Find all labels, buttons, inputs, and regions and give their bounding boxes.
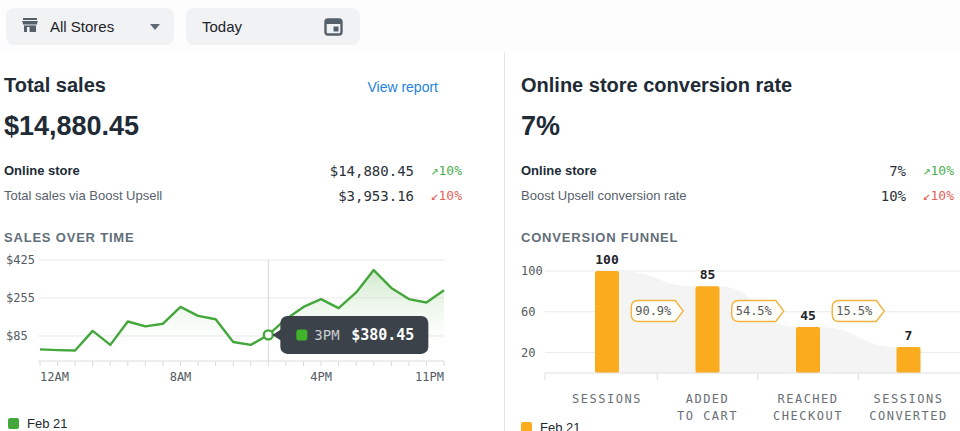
conversion-rate-value: 7% bbox=[521, 111, 960, 142]
sales-chart-legend: Feb 21 bbox=[8, 416, 67, 431]
conversion-badge-label: 54.5% bbox=[736, 304, 773, 318]
bar-value-label: 7 bbox=[905, 328, 913, 343]
trend-down-icon: ↙ bbox=[431, 188, 439, 203]
metric-value: $14,880.45 bbox=[318, 163, 414, 179]
legend-label: Feb 21 bbox=[27, 416, 67, 431]
funnel-bar bbox=[696, 286, 720, 373]
x-axis-tick-label: 12AM bbox=[40, 370, 69, 384]
funnel-bar bbox=[796, 327, 820, 373]
calendar-icon bbox=[323, 16, 344, 37]
metric-label: Online store bbox=[4, 163, 80, 178]
hover-point-marker bbox=[264, 330, 273, 339]
conversion-badge-label: 90.9% bbox=[635, 304, 672, 318]
y-axis-tick-label: $425 bbox=[6, 253, 35, 267]
trend-down-icon: ↙ bbox=[923, 188, 931, 203]
store-selector-label: All Stores bbox=[50, 18, 114, 35]
tooltip-value: $380.45 bbox=[351, 326, 414, 344]
funnel-chart-legend: Feb 21 bbox=[521, 420, 580, 431]
conversion-rate-title: Online store conversion rate bbox=[521, 74, 792, 97]
y-axis-tick-label: 100 bbox=[521, 264, 543, 278]
metric-value: $3,953.16 bbox=[318, 188, 414, 204]
sales-over-time-heading: SALES OVER TIME bbox=[4, 230, 504, 245]
view-report-link[interactable]: View report bbox=[367, 79, 438, 95]
metric-label: Online store bbox=[521, 163, 597, 178]
metric-row-boost-upsell-sales: Total sales via Boost Upsell $3,953.16 ↙… bbox=[4, 183, 504, 208]
analytics-dashboard: All Stores Today Total sales View report… bbox=[0, 0, 960, 431]
category-label: SESSIONS bbox=[874, 392, 944, 406]
category-label: CHECKOUT bbox=[773, 409, 843, 423]
total-sales-title: Total sales bbox=[4, 74, 106, 97]
category-label: ADDED bbox=[686, 392, 730, 406]
top-bar: All Stores Today bbox=[0, 0, 960, 52]
y-axis-tick-label: 60 bbox=[521, 305, 535, 319]
chart-tooltip: 3PM$380.45 bbox=[272, 316, 428, 354]
date-selector-label: Today bbox=[202, 18, 242, 35]
category-label: CONVERTED bbox=[869, 409, 948, 423]
metric-row-online-store-conversion: Online store 7% ↗10% bbox=[521, 158, 960, 183]
storefront-icon bbox=[20, 15, 40, 39]
legend-swatch-green bbox=[8, 418, 19, 429]
bar-value-label: 45 bbox=[800, 308, 816, 323]
funnel-bar bbox=[897, 347, 921, 373]
y-axis-tick-label: $255 bbox=[6, 291, 35, 305]
total-sales-panel: Total sales View report $14,880.45 Onlin… bbox=[0, 52, 504, 431]
total-sales-value: $14,880.45 bbox=[4, 111, 504, 142]
trend-down-badge: ↙10% bbox=[414, 188, 462, 203]
y-axis-tick-label: 20 bbox=[521, 346, 535, 360]
trend-up-badge: ↗10% bbox=[906, 163, 954, 178]
trend-up-icon: ↗ bbox=[431, 163, 439, 178]
metric-value: 10% bbox=[810, 188, 906, 204]
sales-line-chart[interactable]: $425$255$8512AM8AM4PM11PM3PM$380.45 bbox=[4, 251, 504, 411]
bar-value-label: 85 bbox=[700, 267, 716, 282]
x-axis-tick-label: 11PM bbox=[415, 370, 444, 384]
tooltip-series-swatch bbox=[296, 329, 307, 340]
legend-swatch-orange bbox=[521, 422, 532, 431]
category-label: REACHED bbox=[777, 392, 838, 406]
bar-value-label: 100 bbox=[595, 252, 619, 267]
conversion-badge-label: 15.5% bbox=[836, 304, 873, 318]
metric-row-online-store-sales: Online store $14,880.45 ↗10% bbox=[4, 158, 504, 183]
trend-up-badge: ↗10% bbox=[414, 163, 462, 178]
metric-row-boost-upsell-conversion: Boost Upsell conversion rate 10% ↙10% bbox=[521, 183, 960, 208]
x-axis-tick-label: 4PM bbox=[310, 370, 332, 384]
date-selector[interactable]: Today bbox=[186, 8, 360, 45]
metric-label: Boost Upsell conversion rate bbox=[521, 188, 686, 203]
category-label: SESSIONS bbox=[572, 392, 642, 406]
trend-down-badge: ↙10% bbox=[906, 188, 954, 203]
x-axis-tick-label: 8AM bbox=[170, 370, 192, 384]
category-label: TO CART bbox=[677, 409, 738, 423]
legend-label: Feb 21 bbox=[540, 420, 580, 431]
metric-label: Total sales via Boost Upsell bbox=[4, 188, 162, 203]
conversion-panel: Online store conversion rate 7% Online s… bbox=[504, 52, 960, 431]
conversion-funnel-heading: CONVERSION FUNNEL bbox=[521, 230, 960, 245]
trend-up-icon: ↗ bbox=[923, 163, 931, 178]
conversion-funnel-chart[interactable]: 10060201008545790.9%54.5%15.5%SESSIONSAD… bbox=[521, 251, 960, 431]
y-axis-tick-label: $85 bbox=[6, 329, 28, 343]
chevron-down-icon bbox=[150, 24, 160, 30]
tooltip-time: 3PM bbox=[314, 327, 339, 343]
store-selector[interactable]: All Stores bbox=[6, 8, 174, 45]
funnel-bar bbox=[595, 271, 619, 373]
metric-value: 7% bbox=[810, 163, 906, 179]
